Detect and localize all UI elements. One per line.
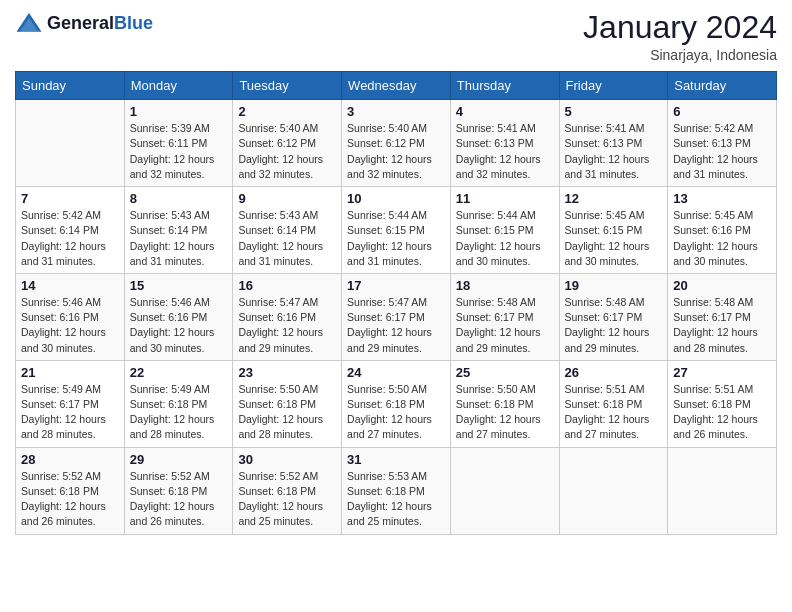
calendar-table: SundayMondayTuesdayWednesdayThursdayFrid… bbox=[15, 71, 777, 534]
day-number: 12 bbox=[565, 191, 663, 206]
day-number: 1 bbox=[130, 104, 228, 119]
logo-text-general: General bbox=[47, 13, 114, 33]
day-header-thursday: Thursday bbox=[450, 72, 559, 100]
day-header-friday: Friday bbox=[559, 72, 668, 100]
calendar-subtitle: Sinarjaya, Indonesia bbox=[583, 47, 777, 63]
calendar-cell: 7Sunrise: 5:42 AMSunset: 6:14 PMDaylight… bbox=[16, 187, 125, 274]
logo-text-blue: Blue bbox=[114, 13, 153, 33]
day-number: 7 bbox=[21, 191, 119, 206]
calendar-week-4: 21Sunrise: 5:49 AMSunset: 6:17 PMDayligh… bbox=[16, 360, 777, 447]
calendar-cell: 16Sunrise: 5:47 AMSunset: 6:16 PMDayligh… bbox=[233, 273, 342, 360]
day-number: 2 bbox=[238, 104, 336, 119]
day-detail: Sunrise: 5:52 AMSunset: 6:18 PMDaylight:… bbox=[130, 469, 228, 530]
day-number: 3 bbox=[347, 104, 445, 119]
day-number: 31 bbox=[347, 452, 445, 467]
day-detail: Sunrise: 5:47 AMSunset: 6:17 PMDaylight:… bbox=[347, 295, 445, 356]
calendar-week-3: 14Sunrise: 5:46 AMSunset: 6:16 PMDayligh… bbox=[16, 273, 777, 360]
day-detail: Sunrise: 5:40 AMSunset: 6:12 PMDaylight:… bbox=[347, 121, 445, 182]
day-header-sunday: Sunday bbox=[16, 72, 125, 100]
page: GeneralBlue January 2024 Sinarjaya, Indo… bbox=[0, 0, 792, 612]
calendar-cell: 4Sunrise: 5:41 AMSunset: 6:13 PMDaylight… bbox=[450, 100, 559, 187]
day-number: 25 bbox=[456, 365, 554, 380]
day-detail: Sunrise: 5:40 AMSunset: 6:12 PMDaylight:… bbox=[238, 121, 336, 182]
day-header-tuesday: Tuesday bbox=[233, 72, 342, 100]
calendar-cell: 6Sunrise: 5:42 AMSunset: 6:13 PMDaylight… bbox=[668, 100, 777, 187]
calendar-cell: 17Sunrise: 5:47 AMSunset: 6:17 PMDayligh… bbox=[342, 273, 451, 360]
day-number: 10 bbox=[347, 191, 445, 206]
day-detail: Sunrise: 5:47 AMSunset: 6:16 PMDaylight:… bbox=[238, 295, 336, 356]
day-number: 17 bbox=[347, 278, 445, 293]
calendar-cell: 1Sunrise: 5:39 AMSunset: 6:11 PMDaylight… bbox=[124, 100, 233, 187]
day-number: 22 bbox=[130, 365, 228, 380]
day-detail: Sunrise: 5:50 AMSunset: 6:18 PMDaylight:… bbox=[347, 382, 445, 443]
day-number: 20 bbox=[673, 278, 771, 293]
calendar-cell bbox=[559, 447, 668, 534]
day-number: 21 bbox=[21, 365, 119, 380]
day-detail: Sunrise: 5:48 AMSunset: 6:17 PMDaylight:… bbox=[673, 295, 771, 356]
calendar-cell: 18Sunrise: 5:48 AMSunset: 6:17 PMDayligh… bbox=[450, 273, 559, 360]
day-number: 18 bbox=[456, 278, 554, 293]
day-number: 6 bbox=[673, 104, 771, 119]
header: GeneralBlue January 2024 Sinarjaya, Indo… bbox=[15, 10, 777, 63]
calendar-cell: 13Sunrise: 5:45 AMSunset: 6:16 PMDayligh… bbox=[668, 187, 777, 274]
day-number: 24 bbox=[347, 365, 445, 380]
calendar-cell bbox=[668, 447, 777, 534]
calendar-week-1: 1Sunrise: 5:39 AMSunset: 6:11 PMDaylight… bbox=[16, 100, 777, 187]
calendar-cell: 19Sunrise: 5:48 AMSunset: 6:17 PMDayligh… bbox=[559, 273, 668, 360]
day-number: 30 bbox=[238, 452, 336, 467]
day-detail: Sunrise: 5:50 AMSunset: 6:18 PMDaylight:… bbox=[238, 382, 336, 443]
day-detail: Sunrise: 5:52 AMSunset: 6:18 PMDaylight:… bbox=[238, 469, 336, 530]
day-detail: Sunrise: 5:48 AMSunset: 6:17 PMDaylight:… bbox=[565, 295, 663, 356]
calendar-cell: 8Sunrise: 5:43 AMSunset: 6:14 PMDaylight… bbox=[124, 187, 233, 274]
calendar-week-5: 28Sunrise: 5:52 AMSunset: 6:18 PMDayligh… bbox=[16, 447, 777, 534]
day-detail: Sunrise: 5:50 AMSunset: 6:18 PMDaylight:… bbox=[456, 382, 554, 443]
day-detail: Sunrise: 5:52 AMSunset: 6:18 PMDaylight:… bbox=[21, 469, 119, 530]
day-detail: Sunrise: 5:46 AMSunset: 6:16 PMDaylight:… bbox=[21, 295, 119, 356]
day-detail: Sunrise: 5:53 AMSunset: 6:18 PMDaylight:… bbox=[347, 469, 445, 530]
day-number: 8 bbox=[130, 191, 228, 206]
logo: GeneralBlue bbox=[15, 10, 153, 38]
calendar-cell: 22Sunrise: 5:49 AMSunset: 6:18 PMDayligh… bbox=[124, 360, 233, 447]
day-number: 28 bbox=[21, 452, 119, 467]
day-number: 14 bbox=[21, 278, 119, 293]
calendar-cell: 10Sunrise: 5:44 AMSunset: 6:15 PMDayligh… bbox=[342, 187, 451, 274]
day-detail: Sunrise: 5:43 AMSunset: 6:14 PMDaylight:… bbox=[238, 208, 336, 269]
calendar-cell: 3Sunrise: 5:40 AMSunset: 6:12 PMDaylight… bbox=[342, 100, 451, 187]
calendar-cell: 25Sunrise: 5:50 AMSunset: 6:18 PMDayligh… bbox=[450, 360, 559, 447]
calendar-cell: 28Sunrise: 5:52 AMSunset: 6:18 PMDayligh… bbox=[16, 447, 125, 534]
day-number: 15 bbox=[130, 278, 228, 293]
calendar-week-2: 7Sunrise: 5:42 AMSunset: 6:14 PMDaylight… bbox=[16, 187, 777, 274]
day-detail: Sunrise: 5:43 AMSunset: 6:14 PMDaylight:… bbox=[130, 208, 228, 269]
day-detail: Sunrise: 5:39 AMSunset: 6:11 PMDaylight:… bbox=[130, 121, 228, 182]
calendar-cell: 29Sunrise: 5:52 AMSunset: 6:18 PMDayligh… bbox=[124, 447, 233, 534]
day-number: 27 bbox=[673, 365, 771, 380]
calendar-cell: 12Sunrise: 5:45 AMSunset: 6:15 PMDayligh… bbox=[559, 187, 668, 274]
day-number: 13 bbox=[673, 191, 771, 206]
calendar-cell: 30Sunrise: 5:52 AMSunset: 6:18 PMDayligh… bbox=[233, 447, 342, 534]
calendar-cell: 14Sunrise: 5:46 AMSunset: 6:16 PMDayligh… bbox=[16, 273, 125, 360]
calendar-cell: 26Sunrise: 5:51 AMSunset: 6:18 PMDayligh… bbox=[559, 360, 668, 447]
day-detail: Sunrise: 5:44 AMSunset: 6:15 PMDaylight:… bbox=[456, 208, 554, 269]
logo-icon bbox=[15, 10, 43, 38]
calendar-cell bbox=[450, 447, 559, 534]
day-number: 19 bbox=[565, 278, 663, 293]
day-number: 26 bbox=[565, 365, 663, 380]
calendar-title: January 2024 bbox=[583, 10, 777, 45]
day-detail: Sunrise: 5:42 AMSunset: 6:13 PMDaylight:… bbox=[673, 121, 771, 182]
day-number: 4 bbox=[456, 104, 554, 119]
calendar-cell bbox=[16, 100, 125, 187]
calendar-cell: 21Sunrise: 5:49 AMSunset: 6:17 PMDayligh… bbox=[16, 360, 125, 447]
day-detail: Sunrise: 5:42 AMSunset: 6:14 PMDaylight:… bbox=[21, 208, 119, 269]
day-detail: Sunrise: 5:41 AMSunset: 6:13 PMDaylight:… bbox=[565, 121, 663, 182]
day-detail: Sunrise: 5:44 AMSunset: 6:15 PMDaylight:… bbox=[347, 208, 445, 269]
calendar-cell: 15Sunrise: 5:46 AMSunset: 6:16 PMDayligh… bbox=[124, 273, 233, 360]
calendar-cell: 24Sunrise: 5:50 AMSunset: 6:18 PMDayligh… bbox=[342, 360, 451, 447]
day-detail: Sunrise: 5:51 AMSunset: 6:18 PMDaylight:… bbox=[673, 382, 771, 443]
day-number: 16 bbox=[238, 278, 336, 293]
day-detail: Sunrise: 5:46 AMSunset: 6:16 PMDaylight:… bbox=[130, 295, 228, 356]
day-header-wednesday: Wednesday bbox=[342, 72, 451, 100]
calendar-cell: 23Sunrise: 5:50 AMSunset: 6:18 PMDayligh… bbox=[233, 360, 342, 447]
day-number: 29 bbox=[130, 452, 228, 467]
day-detail: Sunrise: 5:45 AMSunset: 6:16 PMDaylight:… bbox=[673, 208, 771, 269]
calendar-cell: 27Sunrise: 5:51 AMSunset: 6:18 PMDayligh… bbox=[668, 360, 777, 447]
